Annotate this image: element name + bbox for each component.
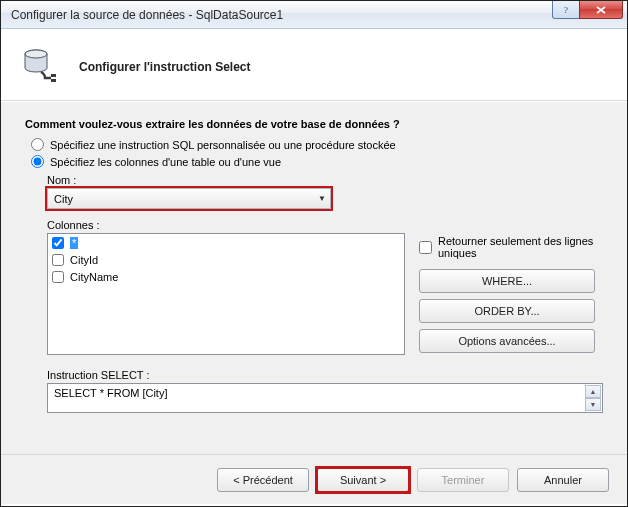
finish-button: Terminer — [417, 468, 509, 492]
window-controls: ? — [553, 1, 623, 19]
unique-rows-label: Retourner seulement des lignes uniques — [438, 235, 603, 259]
table-columns-section: Nom : City ▼ Colonnes : * CityId — [47, 174, 603, 413]
table-name-combo-wrap: City ▼ — [47, 188, 331, 209]
prompt-question: Comment voulez-vous extraire les données… — [25, 118, 603, 130]
table-name-value: City — [54, 193, 73, 205]
radio-table-columns-input[interactable] — [31, 155, 44, 168]
options-column: Retourner seulement des lignes uniques W… — [419, 233, 603, 359]
radio-custom-sql[interactable]: Spécifiez une instruction SQL personnali… — [31, 138, 603, 151]
wizard-footer: < Précédent Suivant > Terminer Annuler — [1, 454, 627, 504]
svg-text:?: ? — [564, 5, 568, 15]
column-checkbox[interactable] — [52, 237, 64, 249]
column-checkbox[interactable] — [52, 271, 64, 283]
select-statement-box[interactable]: SELECT * FROM [City] ▲ ▼ — [47, 383, 603, 413]
next-button-label: Suivant > — [340, 474, 386, 486]
title-bar: Configurer la source de données - SqlDat… — [1, 1, 627, 29]
radio-table-columns[interactable]: Spécifiez les colonnes d'une table ou d'… — [31, 155, 603, 168]
column-label: CityId — [70, 254, 98, 266]
unique-rows-checkbox[interactable] — [419, 241, 432, 254]
close-button[interactable] — [579, 1, 623, 19]
list-item[interactable]: CityId — [48, 251, 404, 268]
select-statement-text: SELECT * FROM [City] — [54, 387, 167, 399]
columns-listbox[interactable]: * CityId CityName — [47, 233, 405, 355]
database-icon — [21, 46, 61, 88]
select-label: Instruction SELECT : — [47, 369, 603, 381]
wizard-content: Comment voulez-vous extraire les données… — [1, 101, 627, 454]
unique-rows-checkbox-row[interactable]: Retourner seulement des lignes uniques — [419, 235, 603, 259]
where-button[interactable]: WHERE... — [419, 269, 595, 293]
help-button[interactable]: ? — [552, 1, 580, 19]
columns-label: Colonnes : — [47, 219, 603, 231]
previous-button-label: < Précédent — [233, 474, 293, 486]
advanced-button[interactable]: Options avancées... — [419, 329, 595, 353]
chevron-down-icon: ▼ — [318, 194, 326, 203]
list-item[interactable]: CityName — [48, 268, 404, 285]
list-item[interactable]: * — [48, 234, 404, 251]
scroll-down-button[interactable]: ▼ — [585, 398, 601, 411]
radio-custom-sql-input[interactable] — [31, 138, 44, 151]
previous-button[interactable]: < Précédent — [217, 468, 309, 492]
column-label: * — [70, 237, 78, 249]
advanced-button-label: Options avancées... — [458, 335, 555, 347]
name-label: Nom : — [47, 174, 603, 186]
where-button-label: WHERE... — [482, 275, 532, 287]
svg-rect-4 — [51, 79, 56, 82]
svg-point-2 — [25, 50, 47, 58]
finish-button-label: Terminer — [442, 474, 485, 486]
radio-custom-sql-label: Spécifiez une instruction SQL personnali… — [50, 139, 396, 151]
table-name-combo[interactable]: City ▼ — [47, 188, 331, 209]
window-title: Configurer la source de données - SqlDat… — [11, 8, 283, 22]
scroll-up-button[interactable]: ▲ — [585, 385, 601, 398]
radio-table-columns-label: Spécifiez les colonnes d'une table ou d'… — [50, 156, 281, 168]
cancel-button[interactable]: Annuler — [517, 468, 609, 492]
column-label: CityName — [70, 271, 118, 283]
wizard-title: Configurer l'instruction Select — [79, 60, 251, 74]
wizard-header: Configurer l'instruction Select — [1, 29, 627, 101]
svg-rect-3 — [51, 74, 56, 77]
next-button[interactable]: Suivant > — [317, 468, 409, 492]
orderby-button-label: ORDER BY... — [474, 305, 539, 317]
help-icon: ? — [561, 5, 571, 15]
cancel-button-label: Annuler — [544, 474, 582, 486]
close-icon — [595, 5, 607, 15]
column-checkbox[interactable] — [52, 254, 64, 266]
orderby-button[interactable]: ORDER BY... — [419, 299, 595, 323]
